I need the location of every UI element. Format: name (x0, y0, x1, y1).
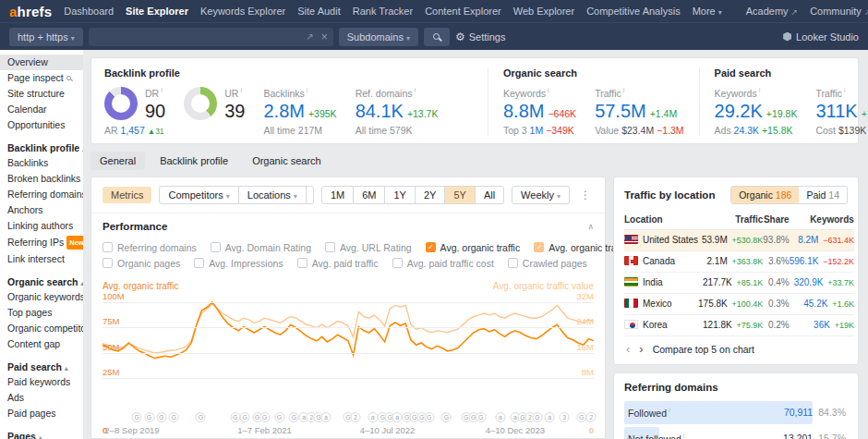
nav-site-explorer[interactable]: Site Explorer (126, 6, 188, 17)
table-row-korea[interactable]: Korea 121.8K +75.9K 0.2% 36K +19K (624, 314, 854, 335)
sidebar-section-organic-search[interactable]: Organic search (0, 274, 83, 289)
sidebar-item-content-gap[interactable]: Content gap (0, 336, 83, 352)
google-update-marker[interactable]: a (368, 412, 378, 422)
google-update-marker[interactable]: G (169, 412, 179, 422)
sidebar-item-paid-keywords[interactable]: Paid keywords (0, 374, 83, 390)
google-update-marker[interactable]: a (545, 412, 555, 422)
table-row-canada[interactable]: Canada 2.1M +363.8K 3.6% 596.1K −152.2K (624, 250, 854, 272)
sidebar-item-opportunities[interactable]: Opportunities (0, 117, 83, 133)
range-1y-button[interactable]: 1Y (384, 187, 414, 203)
followed-row[interactable]: Followed 70,91184.3% (624, 401, 848, 424)
sidebar-item-calendar[interactable]: Calendar (0, 102, 83, 117)
google-update-marker[interactable]: a (495, 412, 505, 422)
more-options-icon[interactable]: ⋮ (577, 189, 594, 201)
sidebar-item-paid-pages[interactable]: Paid pages (0, 406, 83, 421)
table-row-united-states[interactable]: United States 53.9M +530.8K 93.8% 8.2M −… (624, 229, 854, 250)
nav-web-explorer[interactable]: Web Explorer (513, 6, 574, 17)
sidebar-item-organic-competitors[interactable]: Organic competitors (0, 321, 83, 336)
google-update-marker[interactable]: G (441, 412, 452, 422)
subdomains-dropdown[interactable]: Subdomains (339, 28, 418, 46)
sidebar-item-overview[interactable]: Overview (0, 55, 83, 70)
google-update-marker[interactable]: G (289, 412, 299, 422)
looker-studio-button[interactable]: Looker Studio (783, 31, 859, 43)
tab-organic-search[interactable]: Organic search (243, 152, 331, 170)
sidebar-item-organic-keywords[interactable]: Organic keywords (0, 289, 83, 305)
checkbox-organic-pages[interactable]: Organic pages (102, 258, 180, 269)
nav-more-dropdown[interactable]: More (693, 6, 722, 17)
google-update-marker[interactable]: G (259, 412, 270, 422)
col-keywords[interactable]: Keywords (790, 212, 854, 230)
checkbox-referring-domains[interactable]: Referring domains (102, 242, 197, 253)
tab-backlink-profile[interactable]: Backlink profile (151, 152, 237, 170)
nav-keywords-explorer[interactable]: Keywords Explorer (200, 6, 285, 17)
sidebar-item-page-inspect[interactable]: Page inspect (0, 70, 83, 86)
google-update-marker[interactable]: a (321, 412, 332, 422)
checkbox-crawled-pages[interactable]: Crawled pages (508, 258, 587, 269)
table-row-india[interactable]: India 217.7K +85.1K 0.4% 320.9K +33.7K (624, 272, 854, 293)
sidebar-item-broken-backlinks[interactable]: Broken backlinks (0, 171, 83, 187)
range-2y-button[interactable]: 2Y (415, 187, 444, 203)
nav-community-link[interactable]: Community (810, 6, 868, 17)
years-button[interactable]: Years (306, 187, 314, 203)
google-update-marker[interactable]: G (144, 412, 154, 422)
ahrefs-logo[interactable]: ahrefs (9, 4, 52, 19)
compare-top5-link[interactable]: Compare top 5 on chart (653, 344, 754, 355)
sidebar-item-referring-domains[interactable]: Referring domains (0, 187, 83, 202)
competitors-dropdown[interactable]: Competitors (160, 187, 237, 203)
checkbox-avg-paid-traffic-cost[interactable]: Avg. paid traffic cost (392, 258, 494, 269)
tab-general[interactable]: General (90, 152, 145, 170)
google-update-marker[interactable]: 2 (586, 412, 597, 422)
google-update-marker[interactable]: G (274, 412, 284, 422)
checkbox-avg-paid-traffic[interactable]: Avg. paid traffic (297, 258, 379, 269)
next-page-icon[interactable]: › (639, 345, 643, 354)
google-update-marker[interactable]: G (156, 412, 166, 422)
checkbox-avg-domain-rating[interactable]: Avg. Domain Rating (211, 242, 311, 253)
col-location[interactable]: Location (624, 212, 698, 230)
google-update-marker[interactable]: G (230, 412, 240, 422)
sidebar-section-pages[interactable]: Pages (0, 429, 83, 439)
open-target-icon[interactable]: ↗ (306, 31, 313, 42)
sidebar-item-referring-ips[interactable]: Referring IPsNew (0, 234, 83, 251)
nav-rank-tracker[interactable]: Rank Tracker (353, 6, 413, 17)
google-update-marker[interactable]: 2 (350, 412, 360, 422)
checkbox-avg-impressions[interactable]: Avg. Impressions (194, 258, 283, 269)
google-update-marker[interactable]: G (240, 412, 250, 422)
nav-content-explorer[interactable]: Content Explorer (425, 6, 501, 17)
range-all-button[interactable]: All (475, 187, 503, 203)
sidebar-item-site-structure[interactable]: Site structure (0, 86, 83, 102)
range-1m-button[interactable]: 1M (322, 187, 353, 203)
sidebar-item-link-intersect[interactable]: Link intersect (0, 251, 83, 267)
google-update-marker[interactable]: a (392, 412, 403, 422)
url-input[interactable] (94, 31, 299, 43)
nav-competitive-analysis[interactable]: Competitive Analysis (586, 6, 681, 17)
metrics-filter-button[interactable]: Metrics (102, 187, 151, 203)
protocol-dropdown[interactable]: http + https (9, 28, 83, 46)
collapse-chevron-icon[interactable]: ∧ (587, 222, 594, 231)
nav-site-audit[interactable]: Site Audit (297, 6, 340, 17)
checkbox-avg-organic-traffic[interactable]: Avg. organic traffic (426, 242, 521, 253)
google-update-marker[interactable]: G (476, 412, 486, 422)
chart-plot-area[interactable]: 100M32M75M24M50M16M25M8M (102, 295, 594, 410)
table-row-mexico[interactable]: Mexico 175.8K +100.4K 0.3% 45.2K +1.6K (624, 293, 854, 314)
prev-page-icon[interactable]: ‹ (626, 345, 630, 354)
google-update-marker[interactable]: G (132, 412, 142, 422)
sidebar-item-top-pages[interactable]: Top pages (0, 305, 83, 321)
url-input-box[interactable]: ↗ × (89, 28, 333, 46)
toggle-paid[interactable]: Paid 14 (799, 187, 847, 203)
granularity-dropdown[interactable]: Weekly (512, 186, 570, 204)
google-update-marker[interactable]: G (196, 412, 206, 422)
range-6m-button[interactable]: 6M (353, 187, 384, 203)
nav-dashboard[interactable]: Dashboard (64, 6, 114, 17)
sidebar-item-ads[interactable]: Ads (0, 390, 83, 406)
col-share[interactable]: Share (763, 212, 789, 230)
sidebar-item-linking-authors[interactable]: Linking authors (0, 218, 83, 234)
settings-button[interactable]: ⚙Settings (455, 30, 506, 43)
clear-input-icon[interactable]: × (321, 30, 328, 43)
sidebar-section-backlink-profile[interactable]: Backlink profile (0, 140, 83, 155)
google-update-marker[interactable]: 3 (560, 412, 570, 422)
search-button[interactable] (424, 28, 450, 46)
nav-academy-link[interactable]: Academy (746, 6, 798, 17)
not-followed-row[interactable]: Not followed 13,20115.7% (624, 427, 848, 439)
google-update-marker[interactable]: G (424, 412, 434, 422)
sidebar-section-paid-search[interactable]: Paid search (0, 360, 83, 374)
